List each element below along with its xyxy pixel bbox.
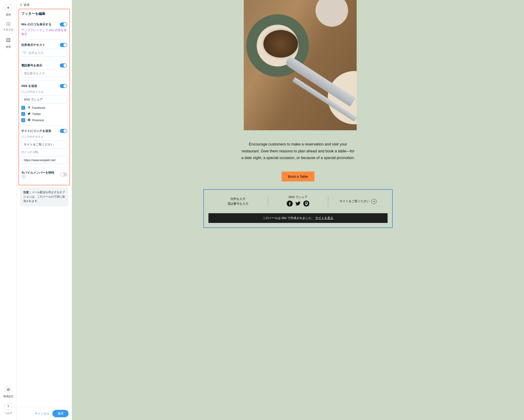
globe-icon bbox=[5, 386, 12, 393]
address-toggle[interactable] bbox=[60, 43, 67, 47]
phone-label: 電話番号を表示 bbox=[21, 63, 42, 67]
sitelink-text-sub: リンクのテキスト bbox=[21, 135, 67, 139]
checkbox-icon: ✓ bbox=[21, 118, 25, 122]
sns-title-input[interactable] bbox=[21, 96, 67, 103]
rail-label: 追加 bbox=[6, 13, 11, 16]
sitelink-toggle[interactable] bbox=[60, 129, 67, 133]
wix-text: このメールは Wix で作成されました。 bbox=[263, 216, 314, 220]
cancel-button[interactable]: キャンセル bbox=[35, 412, 50, 416]
chevron-left-icon bbox=[20, 3, 22, 6]
rail-help[interactable]: ? ヘルプ bbox=[4, 403, 12, 415]
checkbox-icon: ✓ bbox=[21, 112, 25, 116]
plus-icon: + bbox=[5, 4, 12, 11]
sns-option-twitter[interactable]: ✓ Twitter bbox=[21, 112, 67, 116]
panel-back[interactable]: 追加 bbox=[17, 0, 72, 8]
background-icon bbox=[5, 36, 12, 44]
footer-link-text: サイトをご覧ください bbox=[340, 199, 370, 204]
logo-label: Wix のロゴを表示する bbox=[21, 22, 52, 26]
footer-phone: 電話番号を入力 bbox=[208, 202, 268, 206]
pinterest-icon[interactable] bbox=[303, 201, 309, 208]
footer-sns-title: SNS でシェア bbox=[268, 195, 328, 200]
sns-sub-label: リンクのタイトル bbox=[21, 90, 67, 94]
rail-label: 背景 bbox=[6, 45, 11, 49]
sns-toggle[interactable] bbox=[60, 84, 67, 88]
footer-settings-box: フッターを編集 Wix のロゴを表示する アップグレードして Wix 広告を非表… bbox=[18, 9, 70, 185]
mobile-label: モバイルメンバーを招待 i bbox=[21, 171, 58, 178]
footer-address: 住所を入力 bbox=[208, 197, 268, 202]
sns-option-pinterest[interactable]: ✓ Pinterest bbox=[21, 118, 67, 122]
sns-option-label: Facebook bbox=[32, 106, 45, 109]
hero-image bbox=[244, 0, 357, 130]
facebook-icon bbox=[27, 106, 31, 110]
editor-panel: 追加 フッターを編集 Wix のロゴを表示する アップグレードして Wix 広告… bbox=[17, 0, 72, 420]
sns-option-label: Pinterest bbox=[32, 118, 44, 122]
mobile-toggle[interactable] bbox=[60, 172, 67, 176]
preview-canvas: Encourage customers to make a reservatio… bbox=[72, 0, 524, 420]
cta-button[interactable]: Book a Table bbox=[282, 171, 314, 181]
twitter-icon bbox=[27, 112, 31, 116]
facebook-icon[interactable] bbox=[287, 201, 293, 208]
rail-background[interactable]: 背景 bbox=[5, 36, 12, 49]
search-icon bbox=[23, 51, 26, 55]
rail-style[interactable]: A スタイル bbox=[3, 21, 13, 31]
help-icon: ? bbox=[5, 403, 12, 410]
footer-sns-col: SNS でシェア bbox=[268, 195, 328, 208]
sns-label: SNS を追加 bbox=[21, 84, 37, 88]
logo-toggle[interactable] bbox=[60, 22, 67, 26]
email-footer[interactable]: 住所を入力 電話番号を入力 SNS でシェア bbox=[203, 189, 393, 228]
apply-button[interactable]: 適用 bbox=[52, 410, 69, 417]
address-label: 住所表示テキスト bbox=[21, 43, 45, 47]
rail-locale[interactable]: 地域設定 bbox=[3, 386, 13, 398]
style-icon: A bbox=[5, 21, 11, 26]
info-icon[interactable]: i bbox=[22, 175, 26, 178]
panel-title: フッターを編集 bbox=[21, 11, 67, 16]
rail-label: ヘルプ bbox=[4, 412, 12, 415]
preview-paragraph: Encourage customers to make a reservatio… bbox=[240, 141, 356, 161]
svg-point-6 bbox=[303, 201, 309, 207]
phone-input[interactable] bbox=[21, 69, 67, 77]
address-input[interactable] bbox=[21, 49, 67, 57]
sitelink-url-sub: サイトの URL bbox=[21, 150, 67, 154]
footer-site-link[interactable]: サイトをご覧ください bbox=[340, 199, 376, 204]
sitelink-text-input[interactable] bbox=[21, 141, 67, 148]
back-label: 追加 bbox=[24, 3, 30, 7]
left-rail: + 追加 A スタイル 背景 地域設定 bbox=[0, 0, 17, 420]
twitter-icon[interactable] bbox=[295, 201, 301, 208]
arrow-right-icon bbox=[371, 199, 376, 204]
rail-add[interactable]: + 追加 bbox=[5, 4, 12, 16]
sitelink-url-input[interactable] bbox=[21, 156, 67, 164]
phone-toggle[interactable] bbox=[60, 63, 67, 67]
rail-label: スタイル bbox=[3, 28, 13, 31]
note-prefix: 注意： bbox=[23, 191, 32, 194]
panel-footer: キャンセル 適用 bbox=[17, 407, 72, 420]
upgrade-link[interactable]: アップグレードして Wix 広告を非表示 bbox=[21, 28, 67, 36]
pinterest-icon bbox=[27, 118, 31, 122]
sitelink-label: サイトにリンクを追加 bbox=[21, 129, 51, 133]
sns-option-facebook[interactable]: ✓ Facebook bbox=[21, 106, 67, 110]
svg-point-4 bbox=[24, 51, 25, 53]
svg-text:A: A bbox=[8, 23, 9, 25]
wix-site-link[interactable]: サイトを見る bbox=[315, 216, 333, 220]
rail-label: 地域設定 bbox=[3, 395, 13, 398]
checkbox-icon: ✓ bbox=[21, 106, 25, 110]
sns-option-label: Twitter bbox=[32, 112, 41, 116]
footer-address-col: 住所を入力 電話番号を入力 bbox=[208, 197, 268, 206]
wix-attribution-bar: このメールは Wix で作成されました。 サイトを見る bbox=[209, 213, 388, 223]
note-box: 注意：メール配信を停止するオプションは、このメールの下部に追加されます。 bbox=[20, 188, 68, 206]
